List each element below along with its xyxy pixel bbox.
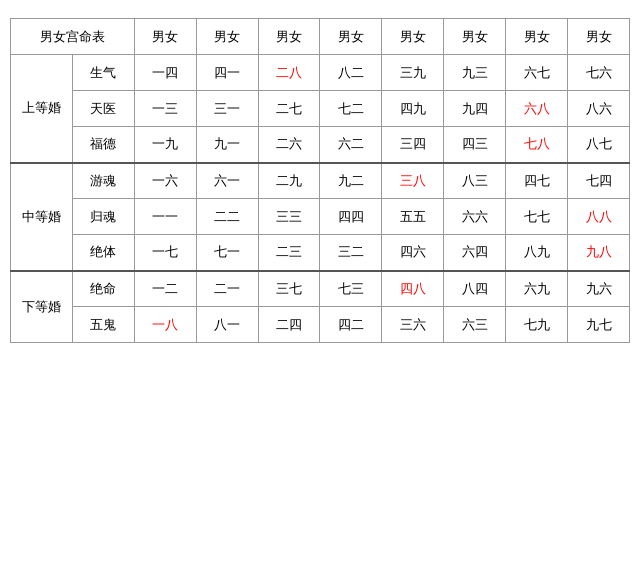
table-header-col-6: 男女	[506, 19, 568, 55]
cell-1-1-1: 二二	[196, 199, 258, 235]
cell-1-0-6: 四七	[506, 163, 568, 199]
cell-2-0-2: 三七	[258, 271, 320, 307]
table-row: 中等婚游魂一六六一二九九二三八八三四七七四	[11, 163, 630, 199]
cell-0-2-7: 八七	[568, 127, 630, 163]
cell-1-1-7: 八八	[568, 199, 630, 235]
table-header-col-4: 男女	[382, 19, 444, 55]
cell-0-1-2: 二七	[258, 91, 320, 127]
cell-2-0-4: 四八	[382, 271, 444, 307]
cell-1-0-0: 一六	[134, 163, 196, 199]
cell-0-1-1: 三一	[196, 91, 258, 127]
cell-0-2-6: 七八	[506, 127, 568, 163]
cell-2-0-5: 八四	[444, 271, 506, 307]
cell-2-1-0: 一八	[134, 307, 196, 343]
cell-0-1-4: 四九	[382, 91, 444, 127]
sub-label-0-2: 福德	[72, 127, 134, 163]
cell-0-2-5: 四三	[444, 127, 506, 163]
cell-2-0-1: 二一	[196, 271, 258, 307]
sub-label-0-1: 天医	[72, 91, 134, 127]
sub-label-1-1: 归魂	[72, 199, 134, 235]
table-row: 天医一三三一二七七二四九九四六八八六	[11, 91, 630, 127]
group-label-2: 下等婚	[11, 271, 73, 343]
table-row: 五鬼一八八一二四四二三六六三七九九七	[11, 307, 630, 343]
cell-0-1-5: 九四	[444, 91, 506, 127]
cell-1-0-4: 三八	[382, 163, 444, 199]
sub-label-1-2: 绝体	[72, 235, 134, 271]
cell-0-2-4: 三四	[382, 127, 444, 163]
table-row: 上等婚生气一四四一二八八二三九九三六七七六	[11, 55, 630, 91]
cell-1-1-0: 一一	[134, 199, 196, 235]
cell-0-2-1: 九一	[196, 127, 258, 163]
cell-2-0-0: 一二	[134, 271, 196, 307]
cell-1-1-4: 五五	[382, 199, 444, 235]
cell-2-0-7: 九六	[568, 271, 630, 307]
cell-1-1-5: 六六	[444, 199, 506, 235]
cell-1-2-3: 三二	[320, 235, 382, 271]
table-header-col-3: 男女	[320, 19, 382, 55]
sub-label-0-0: 生气	[72, 55, 134, 91]
cell-1-0-2: 二九	[258, 163, 320, 199]
cell-2-1-6: 七九	[506, 307, 568, 343]
table-row: 归魂一一二二三三四四五五六六七七八八	[11, 199, 630, 235]
cell-1-2-6: 八九	[506, 235, 568, 271]
cell-1-0-1: 六一	[196, 163, 258, 199]
cell-0-1-7: 八六	[568, 91, 630, 127]
cell-1-1-6: 七七	[506, 199, 568, 235]
cell-0-0-2: 二八	[258, 55, 320, 91]
cell-1-2-1: 七一	[196, 235, 258, 271]
cell-0-2-3: 六二	[320, 127, 382, 163]
cell-2-1-5: 六三	[444, 307, 506, 343]
cell-1-0-5: 八三	[444, 163, 506, 199]
cell-2-1-7: 九七	[568, 307, 630, 343]
cell-1-2-5: 六四	[444, 235, 506, 271]
cell-0-0-6: 六七	[506, 55, 568, 91]
cell-0-0-0: 一四	[134, 55, 196, 91]
table-header-col-1: 男女	[196, 19, 258, 55]
sub-label-2-1: 五鬼	[72, 307, 134, 343]
table-row: 福德一九九一二六六二三四四三七八八七	[11, 127, 630, 163]
cell-0-0-7: 七六	[568, 55, 630, 91]
table-header-col-0: 男女	[134, 19, 196, 55]
cell-2-1-2: 二四	[258, 307, 320, 343]
sub-label-1-0: 游魂	[72, 163, 134, 199]
cell-1-2-4: 四六	[382, 235, 444, 271]
table-row: 下等婚绝命一二二一三七七三四八八四六九九六	[11, 271, 630, 307]
group-label-1: 中等婚	[11, 163, 73, 271]
cell-1-1-3: 四四	[320, 199, 382, 235]
marriage-table: 男女宫命表男女男女男女男女男女男女男女男女上等婚生气一四四一二八八二三九九三六七…	[10, 18, 630, 343]
table-row: 绝体一七七一二三三二四六六四八九九八	[11, 235, 630, 271]
cell-0-1-0: 一三	[134, 91, 196, 127]
cell-2-0-3: 七三	[320, 271, 382, 307]
cell-2-1-1: 八一	[196, 307, 258, 343]
table-header-label: 男女宫命表	[11, 19, 135, 55]
cell-0-2-2: 二六	[258, 127, 320, 163]
cell-0-2-0: 一九	[134, 127, 196, 163]
cell-1-1-2: 三三	[258, 199, 320, 235]
cell-0-0-5: 九三	[444, 55, 506, 91]
cell-2-1-3: 四二	[320, 307, 382, 343]
sub-label-2-0: 绝命	[72, 271, 134, 307]
cell-1-0-7: 七四	[568, 163, 630, 199]
group-label-0: 上等婚	[11, 55, 73, 163]
table-header-col-7: 男女	[568, 19, 630, 55]
table-header-col-2: 男女	[258, 19, 320, 55]
cell-1-2-0: 一七	[134, 235, 196, 271]
cell-0-0-3: 八二	[320, 55, 382, 91]
cell-2-0-6: 六九	[506, 271, 568, 307]
cell-0-1-6: 六八	[506, 91, 568, 127]
table-header-col-5: 男女	[444, 19, 506, 55]
cell-0-1-3: 七二	[320, 91, 382, 127]
cell-2-1-4: 三六	[382, 307, 444, 343]
cell-1-0-3: 九二	[320, 163, 382, 199]
cell-1-2-2: 二三	[258, 235, 320, 271]
cell-0-0-1: 四一	[196, 55, 258, 91]
cell-0-0-4: 三九	[382, 55, 444, 91]
cell-1-2-7: 九八	[568, 235, 630, 271]
